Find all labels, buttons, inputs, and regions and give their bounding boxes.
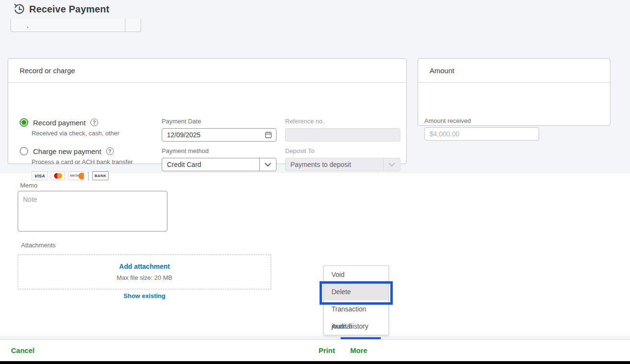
menu-item-transaction-journal[interactable]: Transaction journal [324, 300, 388, 318]
footer-bar: Cancel Print More [0, 339, 630, 361]
bottom-black-bar [0, 361, 630, 364]
amount-received-label: Amount received [424, 117, 471, 124]
show-existing-link[interactable]: Show existing [123, 292, 165, 299]
record-or-charge-card: Record or charge Record payment ? Receiv… [8, 58, 407, 164]
memo-textarea[interactable] [18, 191, 167, 232]
deposit-to-select: Payments to deposit [285, 158, 400, 171]
bank-icon: BANK [92, 171, 109, 180]
calendar-icon[interactable] [265, 131, 272, 141]
chevron-down-icon [383, 158, 400, 171]
record-payment-option[interactable]: Record payment ? [20, 118, 98, 127]
menu-item-audit-history[interactable]: Audit history [324, 318, 388, 335]
cancel-button[interactable]: Cancel [11, 346, 34, 354]
show-existing-row: Show existing [18, 292, 271, 299]
page-header: Receive Payment [13, 3, 110, 15]
memo-label: Memo [20, 182, 37, 189]
attachments-label: Attachments [21, 242, 55, 249]
attachment-dropzone[interactable]: Add attachment Max file size: 20 MB [18, 254, 271, 289]
menu-item-delete[interactable]: Delete [324, 283, 388, 300]
max-file-size-hint: Max file size: 20 MB [117, 274, 172, 281]
combobox-divider [125, 19, 125, 32]
payment-date-input[interactable] [162, 128, 276, 142]
reference-no-label: Reference no. [285, 118, 324, 125]
charge-new-payment-label: Charge new payment [33, 147, 101, 155]
add-attachment-link[interactable]: Add attachment [119, 263, 170, 270]
mastercard-icon [51, 171, 65, 180]
payment-method-label: Payment method [162, 147, 209, 154]
payment-method-value: Credit Card [162, 161, 259, 168]
record-payment-sublabel: Received via check, cash, other [32, 130, 120, 137]
charge-new-payment-sublabel: Process a card or ACH bank transfer [32, 158, 133, 165]
help-icon[interactable]: ? [106, 147, 114, 155]
more-context-menu: Void Delete Transaction journal Audit hi… [323, 265, 389, 335]
visa-icon: VISA [32, 171, 48, 180]
discover-icon: DISCOVER [68, 171, 84, 180]
payment-date-label: Payment Date [162, 118, 201, 125]
amount-received-input[interactable] [424, 127, 539, 141]
history-clock-icon [13, 3, 25, 15]
customer-combobox-partial[interactable] [11, 19, 141, 32]
page-title: Receive Payment [29, 4, 110, 15]
charge-new-payment-radio[interactable] [20, 147, 28, 155]
combobox-text-remnant [27, 27, 28, 28]
menu-item-void[interactable]: Void [324, 266, 388, 283]
amount-card: Amount Amount received [418, 58, 610, 126]
record-payment-label: Record payment [33, 119, 86, 127]
help-icon[interactable]: ? [90, 119, 98, 126]
record-payment-radio[interactable] [20, 118, 28, 127]
record-or-charge-title: Record or charge [8, 59, 406, 83]
brand-divider [88, 172, 88, 180]
more-button[interactable]: More [350, 346, 367, 354]
deposit-to-label: Deposit To [285, 147, 314, 154]
charge-new-payment-option[interactable]: Charge new payment ? [20, 147, 114, 155]
payment-method-select[interactable]: Credit Card [162, 158, 276, 171]
deposit-to-value: Payments to deposit [286, 161, 383, 168]
card-brand-icons: VISA DISCOVER BANK [32, 171, 109, 180]
print-button[interactable]: Print [319, 346, 335, 354]
chevron-down-icon[interactable] [259, 158, 276, 171]
amount-card-title: Amount [418, 59, 610, 83]
reference-no-input [285, 128, 400, 142]
